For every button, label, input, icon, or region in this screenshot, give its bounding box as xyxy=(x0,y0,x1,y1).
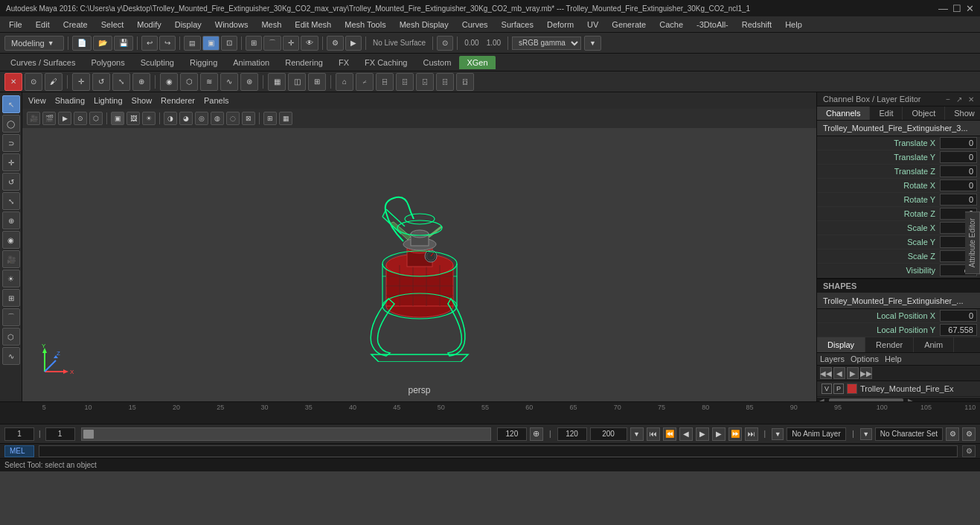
pb-prev-frame-btn[interactable]: ◀ xyxy=(679,427,693,441)
disp-tab-anim[interactable]: Anim xyxy=(914,337,954,352)
render-layer-icon[interactable]: ◫ xyxy=(288,73,306,91)
menu-mesh-tools[interactable]: Mesh Tools xyxy=(339,19,391,31)
char-set-options-btn[interactable]: ▼ xyxy=(860,428,872,440)
vp-hud-btn[interactable]: ⊠ xyxy=(242,112,255,125)
snap-view-btn[interactable]: 👁 xyxy=(301,36,318,51)
save-file-btn[interactable]: 💾 xyxy=(114,36,133,51)
command-input[interactable] xyxy=(39,445,958,457)
display-layer-icon[interactable]: ⊞ xyxy=(308,73,326,91)
cluster-icon[interactable]: ⊛ xyxy=(240,73,258,91)
cb-tab-show[interactable]: Show xyxy=(945,106,980,120)
vp-lighting-btn[interactable]: ☀ xyxy=(142,112,156,125)
open-file-btn[interactable]: 📂 xyxy=(93,36,112,51)
menu-create[interactable]: Create xyxy=(57,19,94,31)
vp-textured-btn[interactable]: 🖼 xyxy=(126,112,140,125)
scale-z-row[interactable]: Scale Z xyxy=(817,249,980,264)
char-set-extra-btn[interactable]: ⚙ xyxy=(962,427,976,441)
move-tool-icon[interactable]: ✛ xyxy=(72,73,90,91)
vp-menu-shading[interactable]: Shading xyxy=(55,96,85,105)
vp-film-gate-btn[interactable]: ▦ xyxy=(279,112,292,125)
local-pos-x-row[interactable]: Local Position X xyxy=(817,309,980,323)
tab-curves-surfaces[interactable]: Curves / Surfaces xyxy=(3,56,83,69)
rotate-btn[interactable]: ↺ xyxy=(2,173,20,191)
layer-nav-fwd-icon[interactable]: ▶ xyxy=(847,367,859,379)
menu-windows[interactable]: Windows xyxy=(209,19,254,31)
menu-cache[interactable]: Cache xyxy=(653,19,689,31)
tab-animation[interactable]: Animation xyxy=(225,56,277,69)
render-settings-btn[interactable]: ⚙ xyxy=(327,36,344,51)
scale-x-row[interactable]: Scale X xyxy=(817,221,980,235)
visibility-row[interactable]: Visibility xyxy=(817,264,980,278)
rotate-tool-icon[interactable]: ↺ xyxy=(92,73,110,91)
vp-menu-renderer[interactable]: Renderer xyxy=(161,96,195,105)
move-btn[interactable]: ✛ xyxy=(2,153,20,171)
layer-visibility-toggle[interactable]: V xyxy=(822,384,832,394)
local-pos-y-row[interactable]: Local Position Y xyxy=(817,323,980,337)
channel-box-minimize-icon[interactable]: − xyxy=(946,95,950,104)
menu-uv[interactable]: UV xyxy=(581,19,604,31)
window-controls[interactable]: — ☐ ✕ xyxy=(938,3,974,14)
vp-aa-btn[interactable]: ◎ xyxy=(195,112,208,125)
soft-select-icon[interactable]: ◉ xyxy=(160,73,178,91)
paint-select-btn[interactable]: ◯ xyxy=(2,115,20,133)
frame-count-input[interactable] xyxy=(497,427,527,441)
vp-menu-lighting[interactable]: Lighting xyxy=(94,96,123,105)
vp-anim-btn[interactable]: ▶ xyxy=(58,112,71,125)
mode-selector[interactable]: Modeling ▼ xyxy=(4,36,64,51)
pb-next-frame-btn[interactable]: ▶ xyxy=(712,427,726,441)
timeline[interactable]: 5 10 15 20 25 30 35 40 45 50 55 60 65 70… xyxy=(0,401,980,424)
menu-surfaces[interactable]: Surfaces xyxy=(496,19,539,31)
rotate-y-field[interactable] xyxy=(940,194,977,206)
vp-menu-show[interactable]: Show xyxy=(132,96,153,105)
soft-select-left-btn[interactable]: ◉ xyxy=(2,231,20,249)
lasso-select-btn[interactable]: ⊃ xyxy=(2,134,20,152)
disp-tab-render[interactable]: Render xyxy=(865,337,914,352)
channel-box-popout-icon[interactable]: ↗ xyxy=(956,95,962,104)
menu-file[interactable]: File xyxy=(3,19,28,31)
tab-rigging[interactable]: Rigging xyxy=(182,56,225,69)
construction-history-btn[interactable]: ⊙ xyxy=(437,36,453,51)
menu-edit-mesh[interactable]: Edit Mesh xyxy=(289,19,337,31)
new-file-btn[interactable]: 📄 xyxy=(72,36,92,51)
menu-edit[interactable]: Edit xyxy=(30,19,56,31)
camera-btn[interactable]: 🎥 xyxy=(2,250,20,268)
anim-layer-options-btn[interactable]: ▼ xyxy=(772,428,784,440)
vp-isolate-btn[interactable]: ⊙ xyxy=(74,112,87,125)
show-manips-btn[interactable]: ⊕ xyxy=(2,211,20,229)
menu-generate[interactable]: Generate xyxy=(606,19,652,31)
vp-dof-btn[interactable]: ◍ xyxy=(211,112,224,125)
scale-btn[interactable]: ⤡ xyxy=(2,192,20,210)
translate-z-field[interactable] xyxy=(940,165,977,177)
cb-tab-edit[interactable]: Edit xyxy=(870,106,903,120)
range-end-input[interactable] xyxy=(557,427,587,441)
rotate-z-row[interactable]: Rotate Z xyxy=(817,207,980,221)
vp-mo-btn[interactable]: ◌ xyxy=(226,112,240,125)
menu-mesh-display[interactable]: Mesh Display xyxy=(394,19,455,31)
vp-shaded-btn[interactable]: ▣ xyxy=(111,112,124,125)
vp-ao-btn[interactable]: ◕ xyxy=(179,112,193,125)
xgen-icon7[interactable]: ⌼ xyxy=(456,73,474,91)
vp-film-btn[interactable]: 🎬 xyxy=(42,112,56,125)
menu-help[interactable]: Help xyxy=(779,19,808,31)
range-start-input[interactable] xyxy=(45,427,75,441)
layer-nav-back-icon[interactable]: ◀ xyxy=(833,367,845,379)
layer-render-toggle[interactable]: P xyxy=(833,384,844,394)
close-btn[interactable]: ✕ xyxy=(966,3,974,14)
frame-range-expand-btn[interactable]: ⊕ xyxy=(530,427,543,441)
pb-play-fwd-btn[interactable]: ▶ xyxy=(696,427,709,441)
rotate-x-row[interactable]: Rotate X xyxy=(817,179,980,193)
minimize-btn[interactable]: — xyxy=(938,3,948,14)
timeline-ticks[interactable]: 5 10 15 20 25 30 35 40 45 50 55 60 65 70… xyxy=(0,402,980,424)
tab-xgen[interactable]: XGen xyxy=(459,56,495,69)
tab-fx-caching[interactable]: FX Caching xyxy=(357,56,414,69)
layer-nav-next-icon[interactable]: ▶▶ xyxy=(860,367,872,379)
snap-point-btn[interactable]: ✛ xyxy=(283,36,299,51)
tab-fx[interactable]: FX xyxy=(331,56,356,69)
translate-z-row[interactable]: Translate Z xyxy=(817,165,980,179)
disp-tab-display[interactable]: Display xyxy=(817,337,865,352)
render-btn[interactable]: ▶ xyxy=(345,36,362,51)
paint-tool-icon[interactable]: ⊙ xyxy=(25,73,42,91)
color-profile-select[interactable]: sRGB gamma xyxy=(512,36,581,50)
undo-btn[interactable]: ↩ xyxy=(141,36,158,51)
total-frames-input[interactable] xyxy=(590,427,627,441)
